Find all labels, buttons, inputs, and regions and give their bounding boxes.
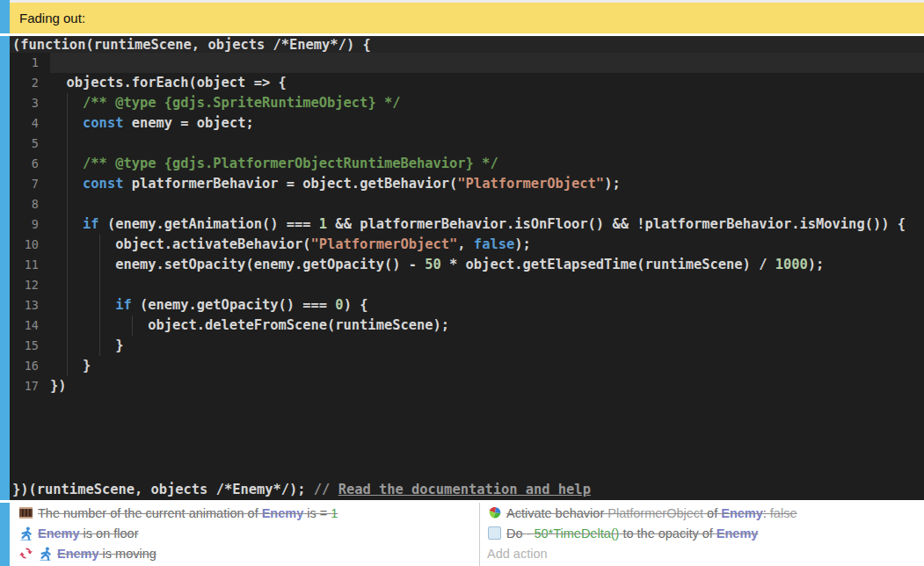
indent-guide	[67, 154, 68, 174]
code-token: const	[83, 176, 123, 192]
actions-column: Activate behavior PlatformerObject of En…	[480, 503, 924, 563]
code-line[interactable]: 4 const enemy = object;	[10, 113, 924, 134]
text-segment: =	[320, 506, 331, 520]
line-number: 12	[10, 275, 50, 295]
indent-guide	[67, 336, 68, 356]
code-token: enemy = object;	[123, 115, 253, 131]
code-token: }	[50, 337, 123, 353]
event-selection-strip[interactable]	[0, 0, 10, 566]
code-token: /** @type {gdjs.SpriteRuntimeObject} */	[83, 95, 400, 111]
code-token: object.deleteFromScene(runtimeScene);	[50, 317, 449, 333]
code-line[interactable]: 9 if (enemy.getAnimation() === 1 && plat…	[10, 214, 924, 235]
code-line[interactable]: 16 }	[10, 356, 924, 376]
code-token: 1000	[775, 257, 808, 272]
instruction-text: The number of the current animation of E…	[38, 506, 338, 520]
code-token: 1	[319, 216, 327, 232]
text-segment: Activate behavior	[506, 506, 608, 520]
line-text: enemy.setOpacity(enemy.getOpacity() - 50…	[50, 255, 924, 275]
object-name: Enemy	[721, 506, 763, 520]
line-text: object.deleteFromScene(runtimeScene);	[50, 316, 924, 336]
object-name: Enemy	[38, 526, 80, 541]
event-comment-bar[interactable]: Fading out:	[10, 3, 924, 33]
text-segment: Do	[506, 526, 527, 541]
code-token: && platformerBehavior.isOnFloor() && !pl…	[327, 216, 906, 232]
indent-guide	[99, 336, 100, 356]
line-number: 17	[10, 376, 50, 396]
line-text: if (enemy.getAnimation() === 1 && platfo…	[50, 214, 924, 235]
behavior-icon	[487, 505, 502, 520]
platformer-icon	[38, 546, 53, 561]
line-number: 1	[10, 53, 50, 73]
object-name: Enemy	[57, 547, 99, 561]
line-number: 7	[10, 174, 50, 194]
code-token: );	[604, 176, 621, 192]
action-row[interactable]: Do - 50*TimeDelta() to the opacity of En…	[480, 523, 924, 543]
text-segment: :	[763, 506, 770, 520]
indent-guide	[67, 295, 68, 316]
documentation-link[interactable]: Read the documentation and help	[338, 482, 591, 497]
text-segment: PlatformerObject	[608, 506, 703, 520]
code-token: false	[474, 236, 514, 252]
code-line[interactable]: 12	[10, 275, 924, 295]
indent-guide	[99, 275, 100, 295]
invert-icon	[18, 546, 33, 561]
animation-icon	[18, 505, 33, 520]
condition-row[interactable]: The number of the current animation of E…	[10, 503, 479, 523]
code-token: object.activateBehavior(	[50, 236, 311, 252]
code-line[interactable]: 10 object.activateBehavior("PlatformerOb…	[10, 235, 924, 255]
condition-row[interactable]: Enemy is moving	[10, 543, 479, 563]
code-line[interactable]: 2 objects.forEach(object => {	[10, 73, 924, 93]
code-line[interactable]: 5	[10, 134, 924, 154]
line-text: if (enemy.getOpacity() === 0) {	[50, 295, 924, 316]
indent-guide	[67, 255, 68, 275]
code-token: /** @type {gdjs.PlatformerObjectRuntimeB…	[83, 156, 498, 171]
code-token: "PlatformerObject"	[457, 176, 604, 192]
code-line[interactable]: 1	[10, 53, 924, 73]
code-token: platformerBehavior = object.getBehavior(	[123, 176, 457, 192]
line-text: const enemy = object;	[50, 113, 924, 134]
code-line[interactable]: 6 /** @type {gdjs.PlatformerObjectRuntim…	[10, 154, 924, 174]
text-segment: of	[703, 506, 721, 520]
platformer-icon	[18, 526, 33, 541]
code-line[interactable]: 14 object.deleteFromScene(runtimeScene);	[10, 316, 924, 336]
indent-guide	[99, 295, 100, 316]
code-token: if	[83, 216, 99, 232]
code-token: (function(runtimeScene, objects /*Enemy*…	[12, 37, 371, 53]
event-instructions: The number of the current animation of E…	[10, 503, 924, 566]
indent-guide	[67, 235, 68, 255]
code-token: })	[50, 378, 67, 394]
code-token: * object.getElapsedTime(runtimeScene) /	[441, 257, 775, 272]
code-line[interactable]: 15 }	[10, 336, 924, 356]
code-line[interactable]: 17})	[10, 376, 924, 396]
js-code-editor[interactable]: (function(runtimeScene, objects /*Enemy*…	[10, 36, 924, 500]
code-line[interactable]: 11 enemy.setOpacity(enemy.getOpacity() -…	[10, 255, 924, 275]
line-text: objects.forEach(object => {	[50, 73, 924, 93]
line-text: const platformerBehavior = object.getBeh…	[50, 174, 924, 194]
code-line[interactable]: 8	[10, 194, 924, 214]
line-number: 4	[10, 113, 50, 134]
line-text: }	[50, 336, 924, 356]
indent-guide	[67, 275, 68, 295]
code-line[interactable]: 7 const platformerBehavior = object.getB…	[10, 174, 924, 194]
text-segment: is on floor	[80, 526, 139, 541]
object-name: Enemy	[262, 506, 304, 520]
line-text	[50, 134, 924, 154]
code-lines[interactable]: 12 objects.forEach(object => {3 /** @typ…	[10, 53, 924, 396]
line-text	[50, 194, 924, 214]
text-segment: false	[770, 506, 797, 520]
add-action-button[interactable]: Add action	[480, 543, 924, 563]
code-line[interactable]: 13 if (enemy.getOpacity() === 0) {	[10, 295, 924, 316]
code-token: }	[50, 358, 91, 374]
code-header-line: (function(runtimeScene, objects /*Enemy*…	[10, 36, 924, 53]
condition-row[interactable]: Enemy is on floor	[10, 523, 479, 543]
line-number: 8	[10, 194, 50, 214]
line-number: 14	[10, 316, 50, 336]
code-token: objects.forEach(object => {	[50, 75, 287, 91]
line-number: 2	[10, 73, 50, 93]
line-number: 3	[10, 93, 50, 113]
code-token: 50	[425, 257, 441, 272]
action-row[interactable]: Activate behavior PlatformerObject of En…	[480, 503, 924, 523]
code-line[interactable]: 3 /** @type {gdjs.SpriteRuntimeObject} *…	[10, 93, 924, 113]
code-token: ) {	[344, 297, 368, 313]
text-segment: to the opacity of	[619, 526, 716, 541]
